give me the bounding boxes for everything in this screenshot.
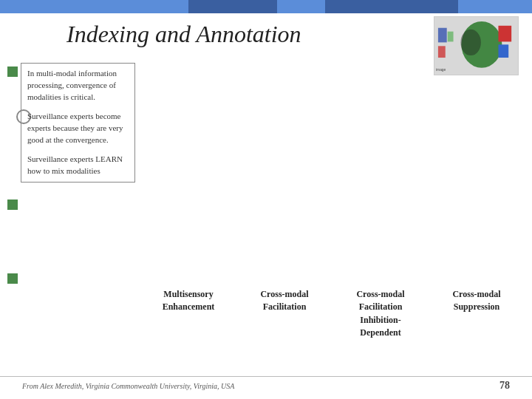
columns-area: MultisensoryEnhancement Cross-modalFacil… xyxy=(140,288,525,340)
col-cross-modal-2-label: Cross-modalFacilitationInhibition-Depend… xyxy=(356,289,404,338)
svg-text:image: image xyxy=(436,67,446,71)
col-cross-modal-2: Cross-modalFacilitationInhibition-Depend… xyxy=(332,288,429,340)
col-suppression-label: Cross-modalSuppression xyxy=(452,289,500,312)
paragraph-3: Surveillance experts LEARN how to mix mo… xyxy=(27,154,129,177)
col-multisensory-label: MultisensoryEnhancement xyxy=(163,289,215,312)
paragraph-1: In multi-modal information processing, c… xyxy=(27,68,129,103)
col-cross-modal-suppression: Cross-modalSuppression xyxy=(429,288,525,340)
green-square-1 xyxy=(7,66,18,77)
footer-citation: From Alex Meredith, Virginia Commonwealt… xyxy=(22,382,234,390)
col-cross-modal-1: Cross-modalFacilitation xyxy=(236,288,332,340)
svg-rect-6 xyxy=(448,31,454,41)
svg-point-7 xyxy=(460,29,481,55)
page-title: Indexing and Annotation xyxy=(66,21,301,48)
top-right-image: image xyxy=(434,16,519,75)
footer: From Alex Meredith, Virginia Commonwealt… xyxy=(0,376,532,392)
col-cross-modal-1-label: Cross-modalFacilitation xyxy=(260,289,308,312)
svg-rect-3 xyxy=(498,44,508,58)
top-rect-left xyxy=(188,0,277,13)
svg-rect-2 xyxy=(498,25,511,41)
green-square-2 xyxy=(7,200,18,210)
footer-page-number: 78 xyxy=(499,380,510,392)
top-rect-right xyxy=(325,0,458,13)
svg-rect-4 xyxy=(438,27,447,42)
image-placeholder-svg: image xyxy=(434,17,518,75)
green-square-3 xyxy=(7,273,18,284)
paragraph-2: Surveillance experts become experts beca… xyxy=(27,111,129,146)
left-text-box: In multi-modal information processing, c… xyxy=(21,63,135,183)
col-multisensory: MultisensoryEnhancement xyxy=(140,288,236,340)
svg-rect-5 xyxy=(438,46,446,58)
